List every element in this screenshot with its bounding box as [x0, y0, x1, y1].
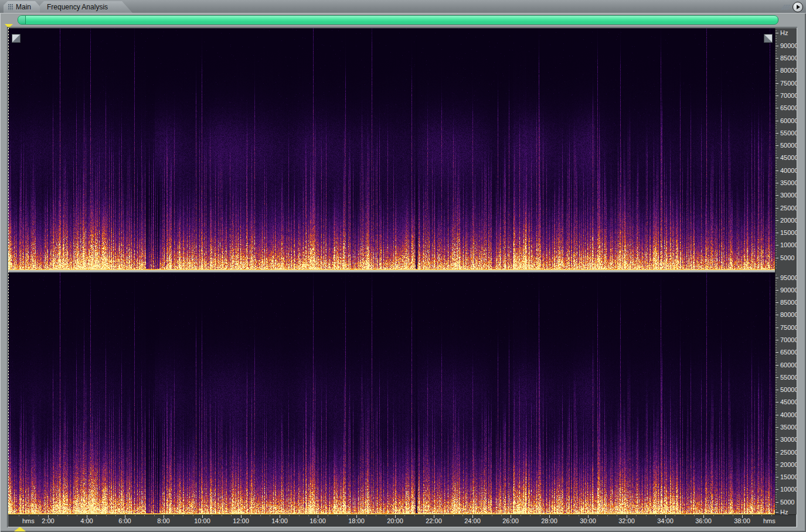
freq-minor-tick [776, 178, 777, 178]
time-minor-tick [328, 515, 328, 516]
spectrogram-left-channel[interactable] [8, 28, 775, 270]
freq-minor-tick [776, 203, 777, 203]
freq-minor-tick [776, 123, 777, 124]
time-minor-tick [154, 515, 155, 516]
time-tick-label: 16:00 [310, 517, 326, 524]
time-minor-tick [135, 515, 135, 516]
freq-tick-label: 50000 [780, 142, 797, 149]
freq-minor-tick [776, 312, 777, 313]
spectrogram-right-channel[interactable] [8, 272, 775, 514]
time-unit-label-hms-left: hms [22, 517, 35, 524]
freq-minor-tick [776, 325, 777, 325]
freq-major-tick [776, 415, 778, 415]
time-minor-tick [144, 515, 145, 516]
freq-minor-tick [776, 497, 777, 497]
freq-minor-tick [776, 73, 777, 74]
time-minor-tick [57, 515, 58, 516]
freq-major-tick [776, 220, 778, 221]
freq-major-tick [776, 427, 778, 428]
freq-tick-label: 15000 [780, 473, 797, 480]
freq-minor-tick [776, 111, 777, 111]
time-minor-tick [713, 515, 714, 516]
freq-tick-label: 95000 [780, 274, 797, 281]
freq-minor-tick [776, 198, 777, 199]
freq-tick-label: 60000 [780, 362, 797, 369]
freq-minor-tick [776, 459, 777, 460]
freq-major-tick [776, 108, 778, 108]
freq-minor-tick [776, 300, 777, 301]
freq-minor-tick [776, 504, 777, 505]
freq-minor-tick [776, 260, 777, 261]
freq-tick-label: 70000 [780, 92, 797, 99]
freq-minor-tick [776, 230, 777, 231]
freq-tick-label: 65000 [780, 104, 797, 111]
playhead-marker-bottom-icon[interactable] [14, 527, 26, 531]
freq-minor-tick [776, 320, 777, 320]
time-minor-tick [19, 515, 19, 516]
tab-frequency-analysis[interactable]: Frequency Analysis [40, 1, 132, 13]
freq-minor-tick [776, 155, 777, 156]
freq-minor-tick [776, 372, 777, 373]
freq-minor-tick [776, 332, 777, 333]
time-tick-label: 36:00 [695, 517, 712, 524]
freq-minor-tick [776, 295, 777, 295]
tab-grip-icon[interactable] [8, 4, 13, 10]
freq-minor-tick [776, 275, 777, 275]
time-minor-tick [347, 515, 348, 516]
freq-minor-tick [776, 103, 777, 104]
tabstrip-menu-button[interactable] [793, 2, 803, 12]
time-minor-tick [559, 515, 560, 516]
tab-bar: Main Frequency Analysis [0, 0, 806, 13]
freq-minor-tick [776, 392, 777, 393]
time-minor-tick [482, 515, 482, 516]
freq-minor-tick [776, 420, 777, 420]
freq-minor-tick [776, 425, 777, 425]
playhead-marker-top-icon[interactable] [5, 24, 13, 28]
freq-minor-tick [776, 282, 777, 283]
time-tick-label: 4:00 [80, 517, 93, 524]
freq-minor-tick [776, 422, 777, 422]
freq-minor-tick [776, 400, 777, 400]
time-minor-tick [530, 515, 530, 516]
freq-minor-tick [776, 347, 777, 348]
freq-major-tick [776, 477, 778, 478]
tab-main[interactable]: Main [4, 1, 46, 13]
freq-minor-tick [776, 193, 777, 193]
freq-minor-tick [776, 507, 777, 507]
time-minor-tick [453, 515, 454, 516]
freq-major-tick [776, 133, 778, 134]
freq-tick-label: 55000 [780, 374, 797, 381]
freq-major-tick [776, 70, 778, 71]
freq-minor-tick [776, 80, 777, 81]
time-minor-tick [771, 515, 772, 516]
zoom-handle-top-left-icon[interactable] [12, 34, 21, 43]
tabstrip-grip-icon[interactable] [781, 5, 792, 10]
frequency-ruler[interactable]: 9000085000800007500070000650006000055000… [775, 28, 797, 514]
freq-tick-label: 55000 [780, 129, 797, 137]
time-minor-tick [501, 515, 502, 516]
freq-minor-tick [776, 382, 777, 383]
freq-minor-tick [776, 495, 777, 495]
freq-minor-tick [776, 128, 777, 128]
freq-tick-label: 15000 [780, 229, 797, 236]
freq-minor-tick [776, 56, 777, 56]
zoom-handle-top-right-icon[interactable] [764, 34, 773, 43]
freq-minor-tick [776, 375, 777, 376]
time-tick-label: 22:00 [426, 517, 442, 524]
freq-tick-label: 30000 [780, 192, 797, 199]
freq-minor-tick [776, 93, 777, 94]
time-minor-tick [569, 515, 569, 516]
freq-tick-label: 50000 [780, 386, 797, 393]
freq-minor-tick [776, 213, 777, 213]
freq-major-tick [776, 58, 778, 59]
time-ruler[interactable]: 2:004:006:008:0010:0012:0014:0016:0018:0… [8, 514, 796, 527]
time-tick-label: 32:00 [618, 517, 635, 524]
freq-major-tick [776, 258, 778, 258]
freq-minor-tick [776, 118, 777, 118]
freq-minor-tick [776, 407, 777, 408]
freq-tick-label: 10000 [780, 486, 797, 493]
freq-minor-tick [776, 141, 777, 141]
horizontal-scrollbar[interactable] [18, 15, 778, 25]
freq-minor-tick [776, 357, 777, 358]
freq-tick-label: 35000 [780, 179, 797, 186]
